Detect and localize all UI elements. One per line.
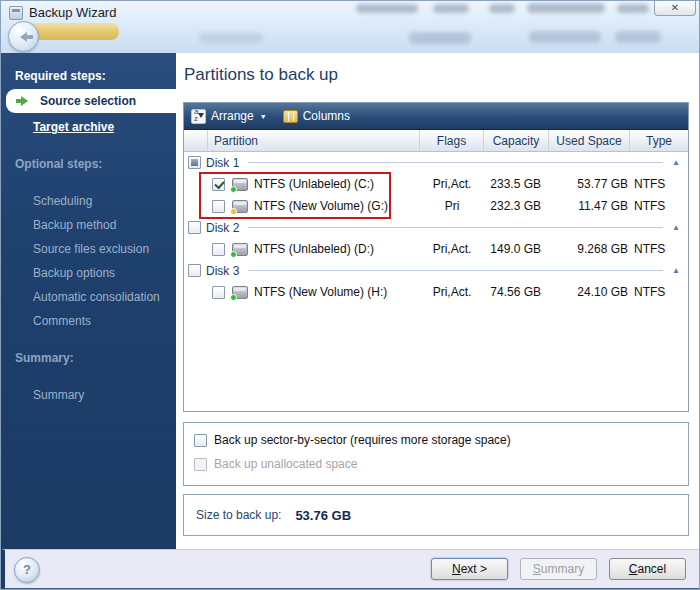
- app-icon: [9, 6, 23, 20]
- sidebar-header-summary: Summary:: [1, 347, 176, 369]
- unallocated-space-option: Back up unallocated space: [194, 457, 688, 471]
- sidebar-item-comments[interactable]: Comments: [1, 309, 176, 333]
- column-header-select[interactable]: [184, 130, 208, 151]
- window-title: Backup Wizard: [29, 5, 116, 20]
- redacted-blur: [527, 3, 605, 13]
- partition-type: NTFS: [630, 177, 688, 191]
- collapse-icon[interactable]: ▲: [672, 158, 680, 167]
- collapse-icon[interactable]: ▲: [672, 223, 680, 232]
- close-icon[interactable]: ✕: [654, 1, 696, 16]
- columns-icon: [283, 110, 298, 123]
- sidebar-item-target-archive[interactable]: Target archive: [1, 115, 176, 139]
- redacted-blur: [409, 32, 471, 44]
- sector-by-sector-checkbox[interactable]: [194, 434, 207, 447]
- partition-used-space: 24.10 GB: [549, 285, 630, 299]
- arrange-button[interactable]: Arrange ▼: [191, 109, 267, 124]
- partition-type: NTFS: [630, 242, 688, 256]
- sidebar-item-scheduling[interactable]: Scheduling: [1, 189, 176, 213]
- table-toolbar: Arrange ▼ Columns: [184, 103, 688, 130]
- sidebar: Required steps: Source selection Target …: [1, 53, 176, 549]
- size-label: Size to back up:: [196, 508, 281, 522]
- disk-checkbox[interactable]: [188, 264, 201, 277]
- partition-icon: [232, 200, 248, 213]
- options-box: Back up sector-by-sector (requires more …: [183, 422, 689, 486]
- sidebar-item-backup-options[interactable]: Backup options: [1, 261, 176, 285]
- sort-icon: [191, 109, 206, 124]
- partition-checkbox[interactable]: [212, 200, 225, 213]
- group-divider: [248, 227, 663, 228]
- backup-wizard-window: Backup Wizard ✕ Required steps: Source s…: [0, 0, 700, 590]
- column-header-type[interactable]: Type: [630, 130, 688, 151]
- column-header-capacity[interactable]: Capacity: [484, 130, 549, 151]
- partition-type: NTFS: [630, 199, 688, 213]
- column-header-partition[interactable]: Partition: [208, 130, 420, 151]
- sidebar-item-automatic-consolidation[interactable]: Automatic consolidation: [1, 285, 176, 309]
- disk-checkbox[interactable]: [188, 156, 201, 169]
- body: Required steps: Source selection Target …: [1, 53, 699, 549]
- partition-status-badge: [230, 208, 237, 215]
- sector-by-sector-option[interactable]: Back up sector-by-sector (requires more …: [194, 433, 688, 447]
- partition-flags: Pri,Act.: [420, 242, 484, 256]
- partition-checkbox[interactable]: [212, 243, 225, 256]
- sidebar-item-summary[interactable]: Summary: [1, 383, 176, 407]
- partition-icon: [232, 286, 248, 299]
- content-panel: Partitions to back up Arrange ▼ Columns: [176, 53, 699, 549]
- redacted-blur: [615, 31, 661, 43]
- partition-row[interactable]: NTFS (New Volume) (H:) Pri,Act. 74.56 GB…: [184, 281, 688, 303]
- column-header-used-space[interactable]: Used Space: [549, 130, 630, 151]
- sidebar-header-required: Required steps:: [1, 65, 176, 87]
- size-value: 53.76 GB: [295, 508, 351, 523]
- partition-flags: Pri,Act.: [420, 285, 484, 299]
- size-summary-box: Size to back up: 53.76 GB: [183, 494, 689, 536]
- partition-used-space: 53.77 GB: [549, 177, 630, 191]
- columns-label: Columns: [303, 109, 350, 123]
- arrange-label: Arrange: [211, 109, 254, 123]
- partition-checkbox[interactable]: [212, 286, 225, 299]
- disk-checkbox[interactable]: [188, 221, 201, 234]
- table-header: Partition Flags Capacity Used Space Type: [184, 130, 688, 152]
- next-button[interactable]: Next >: [431, 558, 508, 580]
- back-button[interactable]: [8, 21, 39, 52]
- partition-checkbox[interactable]: [212, 178, 225, 191]
- disk-label: Disk 1: [206, 156, 239, 170]
- sector-by-sector-label: Back up sector-by-sector (requires more …: [214, 433, 511, 447]
- active-step-arrow-icon: [16, 96, 33, 106]
- columns-button[interactable]: Columns: [283, 109, 355, 123]
- redacted-blur: [529, 31, 601, 43]
- partition-flags: Pri: [420, 199, 484, 213]
- redacted-blur: [617, 4, 649, 13]
- chevron-down-icon: ▼: [260, 113, 267, 120]
- collapse-icon[interactable]: ▲: [672, 266, 680, 275]
- partition-capacity: 149.0 GB: [484, 242, 549, 256]
- table-body: Disk 1 ▲ NTFS (Unlabeled) (C:) Pri,Act. …: [184, 152, 688, 411]
- sidebar-item-source-selection[interactable]: Source selection: [6, 89, 176, 113]
- page-title: Partitions to back up: [184, 65, 689, 85]
- redacted-blur: [199, 33, 263, 43]
- help-button[interactable]: ?: [14, 557, 40, 583]
- partition-capacity: 233.5 GB: [484, 177, 549, 191]
- disk-label: Disk 2: [206, 221, 239, 235]
- disk-label: Disk 3: [206, 264, 239, 278]
- sidebar-item-backup-method[interactable]: Backup method: [1, 213, 176, 237]
- partition-status-badge: [230, 294, 237, 301]
- partition-name: NTFS (New Volume) (G:): [254, 199, 388, 213]
- cancel-button[interactable]: Cancel: [609, 558, 686, 580]
- partition-name: NTFS (Unlabeled) (C:): [254, 177, 374, 191]
- partition-row[interactable]: NTFS (Unlabeled) (C:) Pri,Act. 233.5 GB …: [184, 173, 688, 195]
- sidebar-item-label: Source selection: [40, 94, 136, 108]
- partition-capacity: 232.3 GB: [484, 199, 549, 213]
- footer: ? Next > Summary Cancel: [1, 549, 699, 590]
- sidebar-item-source-files-exclusion[interactable]: Source files exclusion: [1, 237, 176, 261]
- partition-icon: [232, 178, 248, 191]
- group-divider: [248, 162, 663, 163]
- disk-group-row: Disk 3 ▲: [184, 260, 688, 281]
- column-header-flags[interactable]: Flags: [420, 130, 484, 151]
- partition-flags: Pri,Act.: [420, 177, 484, 191]
- partition-row[interactable]: NTFS (Unlabeled) (D:) Pri,Act. 149.0 GB …: [184, 238, 688, 260]
- partition-row[interactable]: NTFS (New Volume) (G:) Pri 232.3 GB 11.4…: [184, 195, 688, 217]
- partition-status-badge: [230, 186, 237, 193]
- sidebar-header-optional: Optional steps:: [1, 153, 176, 175]
- summary-button: Summary: [520, 558, 597, 580]
- disk-group-row: Disk 2 ▲: [184, 217, 688, 238]
- unallocated-space-label: Back up unallocated space: [214, 457, 357, 471]
